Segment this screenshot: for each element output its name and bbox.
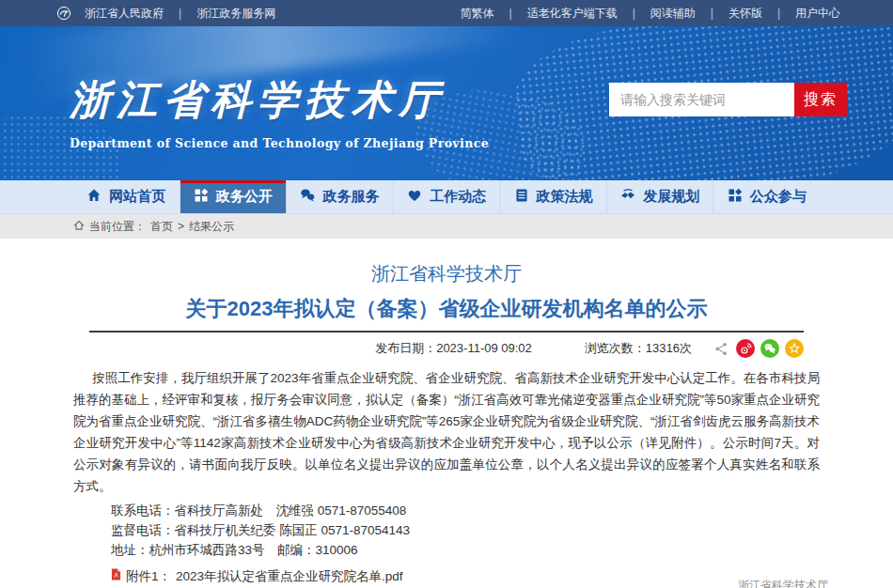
share-bar bbox=[714, 339, 804, 358]
attachment-label: 附件1： bbox=[126, 566, 171, 586]
grid-puzzle-icon bbox=[728, 188, 743, 206]
search-input[interactable] bbox=[609, 83, 794, 116]
article-paragraph: 按照工作安排，我厅组织开展了2023年省重点企业研究院、省企业研究院、省高新技术… bbox=[73, 367, 820, 497]
site-subtitle-en: Department of Science and Technology of … bbox=[70, 136, 489, 150]
handshake-icon bbox=[620, 188, 635, 206]
link-user-center[interactable]: 用户中心 bbox=[788, 6, 848, 22]
article-title-line2: 关于2023年拟认定（备案）省级企业研发机构名单的公示 bbox=[0, 296, 893, 322]
home-icon bbox=[86, 188, 102, 206]
nav-item-work-news[interactable]: 工作动态 bbox=[394, 180, 501, 213]
share-icon[interactable] bbox=[714, 342, 728, 356]
nav-item-label: 政务服务 bbox=[322, 188, 379, 206]
supervision-phone-line: 监督电话：省科技厅机关纪委 陈国正 0571-87054143 bbox=[73, 520, 820, 540]
chat-bubbles-icon bbox=[300, 188, 315, 206]
nav-item-gov-disclosure[interactable]: 政务公开 bbox=[180, 180, 288, 213]
topbar-right-links: 简繁体 适老化客户端下载 阅读辅助 关怀版 用户中心 bbox=[453, 6, 849, 22]
link-reading-assist[interactable]: 阅读辅助 bbox=[643, 6, 721, 22]
contact-phone-line: 联系电话：省科技厅高新处 沈维强 0571-87055408 bbox=[73, 501, 820, 520]
search-box: 搜索 bbox=[609, 83, 847, 116]
publish-date: 发布日期：2023-11-09 09:02 bbox=[375, 340, 532, 357]
link-elderly-client-download[interactable]: 适老化客户端下载 bbox=[520, 6, 643, 22]
breadcrumb-separator: > bbox=[178, 220, 184, 233]
nav-item-label: 工作动态 bbox=[430, 188, 486, 206]
pdf-icon bbox=[111, 566, 121, 586]
qzone-star-share-icon[interactable] bbox=[785, 339, 804, 358]
heart-icon bbox=[407, 188, 422, 206]
article-content: 浙江省科学技术厅 关于2023年拟认定（备案）省级企业研发机构名单的公示 发布日… bbox=[0, 239, 893, 588]
link-gov-service-site[interactable]: 浙江政务服务网 bbox=[189, 6, 283, 22]
link-provincial-government[interactable]: 浙江省人民政府 bbox=[77, 6, 189, 22]
view-count: 浏览次数：13316次 bbox=[585, 340, 692, 357]
nav-item-development-plans[interactable]: 发展规划 bbox=[607, 180, 714, 213]
breadcrumb-home-link[interactable]: 首页 bbox=[150, 219, 173, 235]
link-care-version[interactable]: 关怀版 bbox=[721, 6, 788, 22]
search-button[interactable]: 搜索 bbox=[794, 83, 847, 116]
document-icon bbox=[514, 188, 529, 206]
site-banner: 浙江省科学技术厅 Department of Science and Techn… bbox=[0, 26, 893, 180]
nav-item-label: 发展规划 bbox=[643, 188, 699, 206]
top-utility-bar: 浙江省人民政府 浙江政务服务网 简繁体 适老化客户端下载 阅读辅助 关怀版 用户… bbox=[0, 0, 893, 26]
nav-item-gov-services[interactable]: 政务服务 bbox=[287, 180, 394, 213]
page: 浙江省人民政府 浙江政务服务网 简繁体 适老化客户端下载 阅读辅助 关怀版 用户… bbox=[0, 0, 893, 588]
nav-item-label: 公众参与 bbox=[750, 188, 807, 206]
main-nav: 网站首页 政务公开 政务服务 工作动态 政策法规 发展规划 公众参与 bbox=[0, 180, 893, 214]
contact-block: 联系电话：省科技厅高新处 沈维强 0571-87055408 监督电话：省科技厅… bbox=[73, 501, 820, 560]
attachments: 附件1： 2023年拟认定省重点企业研究院名单.pdf 附件2： 2023年拟认… bbox=[73, 566, 820, 588]
weibo-share-icon[interactable] bbox=[736, 339, 755, 358]
home-outline-icon bbox=[73, 220, 85, 234]
nav-item-label: 网站首页 bbox=[109, 188, 165, 206]
attachment-link-1[interactable]: 附件1： 2023年拟认定省重点企业研究院名单.pdf bbox=[73, 566, 820, 586]
article-title-line1: 浙江省科学技术厅 bbox=[0, 261, 893, 286]
article-meta-row: 发布日期：2023-11-09 09:02 浏览次数：13316次 bbox=[89, 338, 804, 359]
nav-item-label: 政务公开 bbox=[216, 188, 273, 206]
topbar-left-links: 浙江省人民政府 浙江政务服务网 bbox=[56, 6, 283, 22]
wechat-share-icon[interactable] bbox=[760, 339, 779, 358]
breadcrumb: 当前位置： 首页 > 结果公示 bbox=[0, 214, 893, 239]
address-line: 地址：杭州市环城西路33号 邮编：310006 bbox=[73, 540, 820, 560]
article-body: 按照工作安排，我厅组织开展了2023年省重点企业研究院、省企业研究院、省高新技术… bbox=[73, 367, 820, 588]
breadcrumb-current: 结果公示 bbox=[189, 219, 234, 235]
nav-item-home[interactable]: 网站首页 bbox=[73, 180, 180, 213]
footer-agency-name: 浙江省科学技术厅 bbox=[738, 578, 828, 588]
title-divider bbox=[89, 331, 804, 333]
nav-item-public-participation[interactable]: 公众参与 bbox=[713, 180, 820, 213]
site-logo: 浙江省科学技术厅 Department of Science and Techn… bbox=[70, 73, 489, 150]
site-title: 浙江省科学技术厅 bbox=[70, 73, 489, 128]
grid-puzzle-icon bbox=[194, 188, 209, 206]
nav-item-policies[interactable]: 政策法规 bbox=[500, 180, 607, 213]
attachment-filename: 2023年拟认定省重点企业研究院名单.pdf bbox=[176, 566, 403, 586]
link-simplified-traditional[interactable]: 简繁体 bbox=[453, 6, 520, 22]
gov-emblem-icon bbox=[56, 6, 71, 21]
nav-item-label: 政策法规 bbox=[537, 188, 593, 206]
breadcrumb-prefix: 当前位置： bbox=[89, 219, 146, 235]
